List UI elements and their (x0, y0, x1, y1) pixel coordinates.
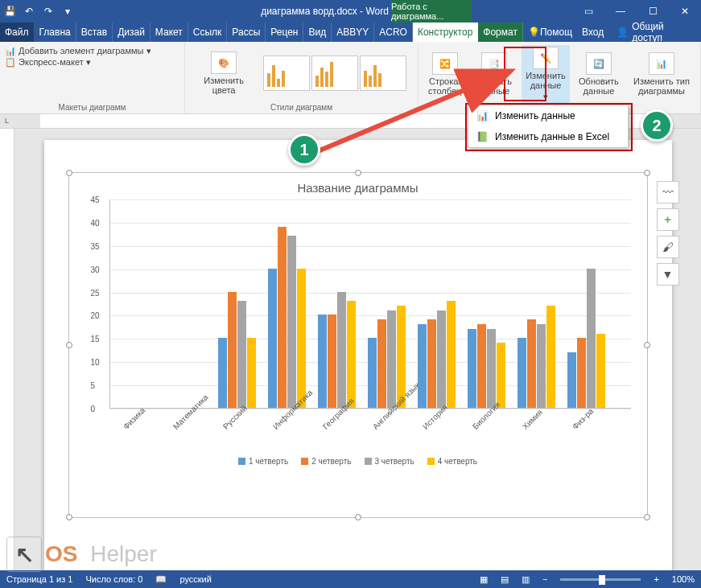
callout-1: 1 (288, 134, 320, 166)
redo-icon[interactable]: ↷ (39, 2, 58, 21)
share-button[interactable]: 👤 Общий доступ (608, 23, 701, 42)
add-chart-element-button[interactable]: 📊 Добавить элемент диаграммы ▾ (5, 45, 179, 56)
ribbon-options-icon[interactable]: ▭ (572, 2, 604, 21)
dropdown-edit-data-excel[interactable]: 📗 Изменить данные в Excel (468, 126, 628, 147)
dropdown-edit-data[interactable]: 📊 Изменить данные (468, 105, 628, 126)
group-chart-layouts: Макеты диаграмм (5, 101, 179, 112)
status-bar: Страница 1 из 1 Число слов: 0 📖 русский … (0, 570, 701, 588)
status-word-count[interactable]: Число слов: 0 (85, 574, 142, 584)
tab-references[interactable]: Ссылк (188, 23, 228, 42)
view-read-icon[interactable]: ▦ (480, 574, 488, 585)
chart-styles-button[interactable]: + (657, 208, 679, 231)
tab-home[interactable]: Главна (35, 23, 76, 42)
quick-layout-button[interactable]: 📋 Экспресс-макет ▾ (5, 56, 179, 68)
refresh-data-button[interactable]: 🔄Обновить данные (575, 51, 623, 97)
tell-me[interactable]: 💡 Помощ (523, 23, 577, 42)
tab-chart-design[interactable]: Конструктор (413, 23, 478, 42)
save-icon[interactable]: 💾 (0, 2, 19, 21)
chart-plot-area[interactable]: 051015202530354045ФизикаМатематикаРусски… (109, 199, 631, 409)
status-page[interactable]: Страница 1 из 1 (6, 574, 72, 584)
page[interactable]: Название диаграммы 051015202530354045Физ… (44, 140, 672, 570)
login-button[interactable]: Вход (577, 23, 608, 42)
chart-legend[interactable]: 1 четверть2 четверть3 четверть4 четверть (69, 457, 647, 466)
chart-style-1[interactable] (263, 56, 310, 91)
tab-design[interactable]: Дизай (113, 23, 151, 42)
minimize-icon[interactable]: ― (604, 2, 637, 21)
ribbon-tabs: Файл Главна Встав Дизай Макет Ссылк Расс… (0, 23, 701, 42)
switch-row-column-button[interactable]: 🔀Строка/столбец (423, 51, 466, 97)
change-colors-button[interactable]: 🎨 Изменить цвета (190, 50, 258, 97)
chart-elements-button[interactable]: 〰 (657, 181, 679, 204)
tab-layout[interactable]: Макет (151, 23, 188, 42)
document-area: Название диаграммы 051015202530354045Физ… (0, 129, 701, 570)
group-chart-styles: Стили диаграмм (190, 101, 413, 112)
tab-chart-format[interactable]: Формат (478, 23, 523, 42)
zoom-slider[interactable] (560, 578, 641, 581)
cursor-icon: ↖ (6, 537, 42, 572)
chart-filters-button[interactable]: 🖌 (657, 236, 679, 258)
chart-title[interactable]: Название диаграммы (69, 173, 647, 199)
tab-insert[interactable]: Встав (76, 23, 113, 42)
watermark-logo: ↖ OS Helper (6, 537, 157, 572)
tab-file[interactable]: Файл (0, 23, 35, 42)
callout-highlight-1 (504, 47, 546, 101)
chart-object[interactable]: Название диаграммы 051015202530354045Физ… (68, 172, 648, 518)
maximize-icon[interactable]: ☐ (637, 2, 669, 21)
tab-abbyy[interactable]: ABBYY (332, 23, 374, 42)
qat-more-icon[interactable]: ▾ (58, 2, 77, 21)
document-title: диаграмма ворд.docx - Word (77, 6, 572, 17)
chart-style-3[interactable] (360, 56, 406, 91)
zoom-in-icon[interactable]: + (654, 574, 658, 584)
edit-data-dropdown: 📊 Изменить данные 📗 Изменить данные в Ex… (468, 105, 629, 148)
proofing-icon[interactable]: 📖 (155, 574, 167, 585)
title-bar: 💾 ↶ ↷ ▾ диаграмма ворд.docx - Word Работ… (0, 0, 701, 23)
tab-view[interactable]: Вид (303, 23, 332, 42)
change-chart-type-button[interactable]: 📊Изменить тип диаграммы (628, 51, 695, 97)
view-web-icon[interactable]: ▥ (522, 574, 530, 585)
vertical-ruler[interactable] (0, 129, 14, 570)
view-print-icon[interactable]: ▤ (501, 574, 509, 585)
zoom-out-icon[interactable]: − (542, 574, 547, 584)
chart-filter-funnel-button[interactable]: ▼ (657, 263, 679, 286)
zoom-level[interactable]: 100% (672, 574, 695, 584)
tab-acrobat[interactable]: ACRO (374, 23, 413, 42)
chart-style-2[interactable] (311, 56, 358, 91)
contextual-tab-label: Работа с диаграмма... (391, 0, 472, 23)
undo-icon[interactable]: ↶ (19, 2, 39, 21)
tab-review[interactable]: Рецен (266, 23, 303, 42)
status-language[interactable]: русский (179, 574, 211, 584)
close-icon[interactable]: ✕ (669, 2, 701, 21)
tab-mailings[interactable]: Рассы (227, 23, 266, 42)
callout-2: 2 (641, 109, 673, 142)
